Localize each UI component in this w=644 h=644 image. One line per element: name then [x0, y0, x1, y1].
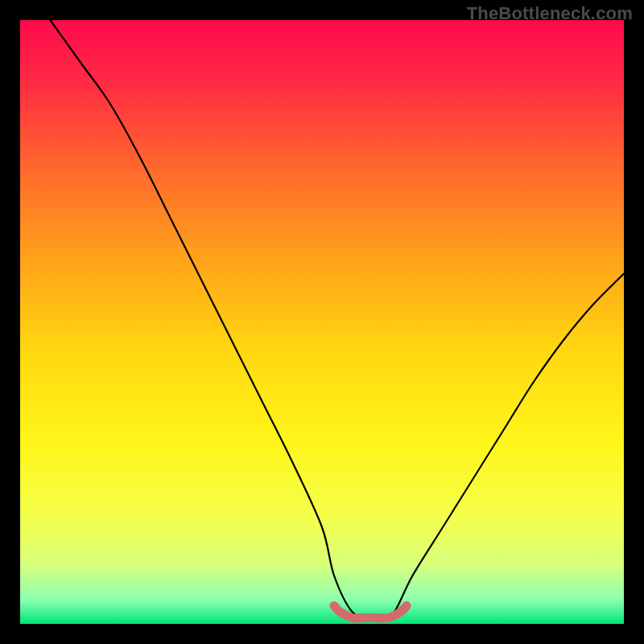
- gradient-background: [20, 20, 624, 624]
- plot-area: [20, 20, 624, 624]
- bottleneck-chart: [20, 20, 624, 624]
- chart-frame: TheBottleneck.com: [0, 0, 644, 644]
- watermark-text: TheBottleneck.com: [467, 3, 633, 24]
